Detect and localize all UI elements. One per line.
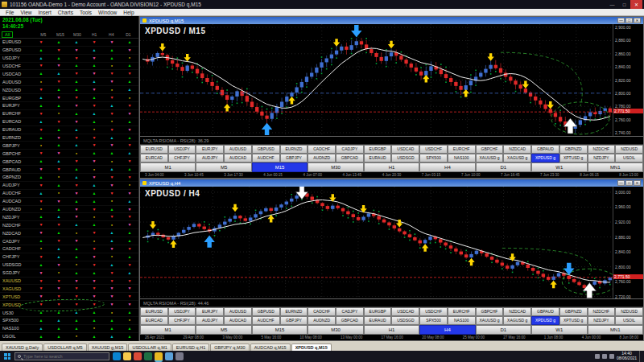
- symbol-button-audusd[interactable]: AUDUSD: [224, 145, 252, 154]
- symbol-button-chfjpy[interactable]: CHFJPY: [168, 154, 196, 162]
- symbol-button-xauusd-g[interactable]: XAUUSD g: [476, 154, 504, 162]
- symbol-button-nzdusd[interactable]: NZDUSD: [615, 145, 643, 154]
- symbol-button-gbpnzd[interactable]: GBPNZD: [559, 145, 588, 154]
- volume-icon[interactable]: [609, 354, 614, 359]
- symbol-button-nzdchf[interactable]: NZDCHF: [588, 307, 616, 316]
- symbol-button-eurgbp[interactable]: EURGBP: [364, 307, 392, 316]
- taskbar-icon-calculator[interactable]: [175, 352, 184, 360]
- symbol-button-usdsgd[interactable]: USDSGD: [391, 316, 419, 325]
- timeframe-button-m30[interactable]: M30: [308, 162, 363, 172]
- chart-titlebar-m15[interactable]: XPDUSD q,M15 — □ ✕: [140, 17, 643, 24]
- symbol-button-usdcad[interactable]: USDCAD: [391, 307, 419, 316]
- symbol-button-xagusd-g[interactable]: XAGUSD g: [503, 154, 531, 162]
- dashboard-row-nas100[interactable]: NAS100▲▲▲●▲▲: [0, 325, 138, 333]
- symbol-button-gbpcad[interactable]: GBPCAD: [336, 154, 364, 162]
- dashboard-row-eurjpy[interactable]: EURJPY▲▲▼▼▲▼: [0, 102, 138, 110]
- network-icon[interactable]: [602, 354, 607, 359]
- timeframe-button-h4[interactable]: H4: [419, 325, 475, 335]
- dashboard-row-chfjpy[interactable]: CHFJPY▼▲▲▼●▲: [0, 253, 138, 261]
- symbol-button-audchf[interactable]: AUDCHF: [252, 154, 280, 162]
- timeframe-button-h1[interactable]: H1: [364, 162, 419, 172]
- symbol-button-usoil[interactable]: USOIL: [615, 154, 643, 162]
- timeframe-button-m1[interactable]: M1: [140, 162, 196, 172]
- symbol-button-eurnzd[interactable]: EURNZD: [280, 307, 308, 316]
- chart-tab-eurusd-q-h1[interactable]: EURUSD q,H1: [172, 343, 209, 351]
- dashboard-row-gbpnzd[interactable]: GBPNZD▲●▲▼▼▼: [0, 174, 138, 182]
- dashboard-row-audchf[interactable]: AUDCHF▲●▼▲▼▼: [0, 190, 138, 198]
- symbol-button-nzdjpy[interactable]: NZDJPY: [588, 316, 616, 325]
- menu-view[interactable]: View: [17, 10, 35, 15]
- taskbar-search[interactable]: [14, 352, 109, 360]
- symbol-button-nzdcad[interactable]: NZDCAD: [503, 307, 531, 316]
- dashboard-row-audnzd[interactable]: AUDNZD●▲▼▼▲▼: [0, 206, 138, 214]
- symbol-button-nas100[interactable]: NAS100: [448, 154, 476, 162]
- dashboard-row-cadjpy[interactable]: CADJPY▲▼▼●▲▲: [0, 237, 138, 245]
- symbol-button-xpdusd-g[interactable]: XPDUSD g: [531, 154, 559, 162]
- symbol-button-xptusd-g[interactable]: XPTUSD g: [559, 316, 588, 325]
- symbol-button-usdchf[interactable]: USDCHF: [419, 145, 448, 154]
- symbol-button-cadjpy[interactable]: CADJPY: [336, 145, 364, 154]
- symbol-button-euraud[interactable]: EURAUD: [364, 154, 392, 162]
- chart-tab-gbpjpy-q-m30[interactable]: GBPJPY q,M30: [210, 343, 249, 351]
- dashboard-row-sgdjpy[interactable]: SGDJPY▼●▲▲▼▲: [0, 269, 138, 278]
- symbol-button-euraud[interactable]: EURAUD: [364, 316, 392, 325]
- symbol-button-xpdusd-g[interactable]: XPDUSD g: [531, 316, 559, 325]
- timeframe-button-w1[interactable]: W1: [531, 162, 587, 172]
- chart-tab-usdollar-q-m5[interactable]: USDOLLAR q,M5: [43, 343, 86, 351]
- show-desktop-button[interactable]: [639, 351, 642, 362]
- timeframe-button-m5[interactable]: M5: [196, 325, 251, 335]
- chart-close-button[interactable]: ✕: [634, 18, 641, 23]
- symbol-button-usdjpy[interactable]: USDJPY: [168, 145, 196, 154]
- symbol-button-cadchf[interactable]: CADCHF: [308, 145, 336, 154]
- chart-canvas-m15[interactable]: XPDUSD / M15: [140, 24, 613, 136]
- taskbar-icon-chrome[interactable]: [134, 352, 142, 360]
- taskbar-icon-file-explorer[interactable]: [123, 352, 131, 360]
- dashboard-row-gbpchf[interactable]: GBPCHF▼▼●▲▲▲: [0, 150, 138, 158]
- symbol-button-audjpy[interactable]: AUDJPY: [196, 316, 224, 325]
- symbol-button-spx500[interactable]: SPX500: [419, 316, 448, 325]
- symbol-button-usdjpy[interactable]: USDJPY: [168, 307, 196, 316]
- chart-titlebar-h4[interactable]: XPDUSD q,H4 — □ ✕: [140, 179, 643, 187]
- symbol-button-gbpnzd[interactable]: GBPNZD: [559, 307, 588, 316]
- symbol-button-audchf[interactable]: AUDCHF: [252, 316, 280, 325]
- dashboard-row-eurchf[interactable]: EURCHF▼●▲▲▼▼: [0, 110, 138, 118]
- dashboard-row-spx500[interactable]: SPX500▲▲▲▲▲●: [0, 317, 138, 325]
- taskbar-icon-notepad[interactable]: [165, 352, 173, 360]
- timeframe-button-m5[interactable]: M5: [196, 162, 251, 172]
- chart-tab-xauusd-g-daily[interactable]: XAUUSD g,Daily: [2, 343, 43, 351]
- start-button[interactable]: [0, 351, 14, 362]
- chart-restore-button[interactable]: □: [625, 18, 633, 23]
- symbol-button-usdcad[interactable]: USDCAD: [391, 145, 419, 154]
- dashboard-row-xauusd[interactable]: XAUUSD▼▼▼▼▼▼: [0, 278, 138, 286]
- dashboard-row-usoil[interactable]: USOIL▲▲●▲▲▲: [0, 333, 138, 341]
- symbol-button-nzdusd[interactable]: NZDUSD: [615, 307, 643, 316]
- dashboard-row-gbpaud[interactable]: GBPAUD▼▼▲●▲▲: [0, 166, 138, 174]
- taskbar-icon-excel[interactable]: [144, 352, 152, 360]
- timeframe-button-w1[interactable]: W1: [531, 325, 587, 335]
- dashboard-row-xagusd[interactable]: XAGUSD▼▼▼▼▼▼: [0, 285, 138, 293]
- taskbar-icon-edge[interactable]: [113, 352, 121, 360]
- dashboard-row-nzdjpy[interactable]: NZDJPY▲▲▼●▼▼: [0, 213, 138, 221]
- menu-window[interactable]: Window: [95, 10, 120, 15]
- symbol-button-chfjpy[interactable]: CHFJPY: [168, 316, 196, 325]
- timeframe-button-h1[interactable]: H1: [364, 325, 419, 335]
- dashboard-row-usdchf[interactable]: USDCHF▼▼▲▲●▲: [0, 63, 138, 71]
- menu-tools[interactable]: Tools: [76, 10, 95, 15]
- symbol-button-usdchf[interactable]: USDCHF: [419, 307, 448, 316]
- price-axis-0[interactable]: 2,900.002,880.002,860.002,840.002,820.00…: [613, 24, 643, 136]
- chart-close-button[interactable]: ✕: [634, 180, 641, 186]
- symbol-button-gbpchf[interactable]: GBPCHF: [476, 145, 504, 154]
- dashboard-row-gbpjpy[interactable]: GBPJPY●▲▲▼▼▼: [0, 142, 138, 150]
- symbol-button-eurcad[interactable]: EURCAD: [140, 316, 168, 325]
- chart-tab-usdollar-q-m1[interactable]: USDOLLAR q,M1: [128, 343, 171, 351]
- maximize-button[interactable]: □: [618, 0, 630, 9]
- chart-minimize-button[interactable]: —: [617, 180, 625, 186]
- symbol-button-nzdjpy[interactable]: NZDJPY: [588, 154, 616, 162]
- dashboard-row-nzdcad[interactable]: NZDCAD▼▲●▼▲▲: [0, 229, 138, 237]
- dashboard-row-nzdchf[interactable]: NZDCHF▼▼▲▲●▼: [0, 221, 138, 229]
- symbol-button-cadchf[interactable]: CADCHF: [308, 307, 336, 316]
- symbol-button-nas100[interactable]: NAS100: [448, 316, 476, 325]
- symbol-button-gbpcad[interactable]: GBPCAD: [336, 316, 364, 325]
- timeframe-button-m15[interactable]: M15: [252, 162, 308, 172]
- dashboard-row-gbpusd[interactable]: GBPUSD▲▼▼▲▲▼: [0, 47, 138, 55]
